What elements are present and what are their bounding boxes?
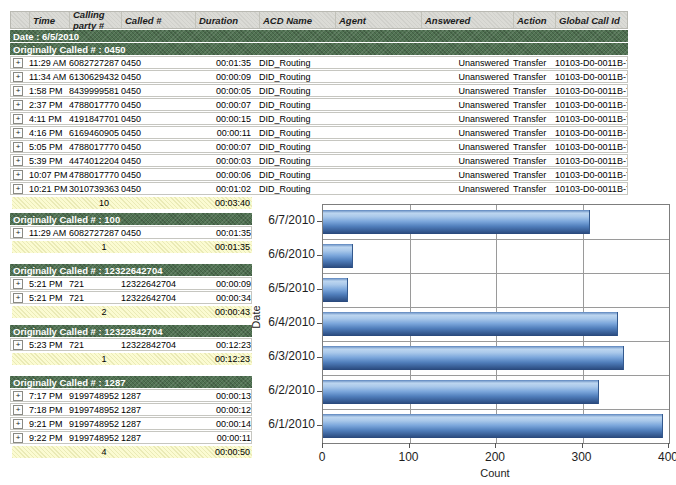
- table-row[interactable]: +10:21 PM3010739363045000:01:02DID_Routi…: [10, 182, 628, 195]
- cell-called: 1287: [121, 405, 195, 415]
- expand-cell: +: [11, 419, 29, 429]
- summary-call-count: 1: [89, 354, 119, 364]
- cell-acd: DID_Routing: [259, 142, 335, 152]
- chart-bar: [323, 278, 348, 302]
- expand-cell: +: [11, 405, 29, 415]
- expand-cell: +: [11, 279, 29, 289]
- cell-duration: 00:00:07: [195, 100, 251, 110]
- cell-acd: DID_Routing: [259, 156, 335, 166]
- expand-button plus-icon[interactable]: +: [13, 86, 23, 96]
- table-row[interactable]: +5:21 PM7211232264270400:00:09: [10, 277, 252, 290]
- table-row[interactable]: +5:21 PM7211232264270400:00:34: [10, 291, 252, 304]
- cell-time: 11:29 AM: [29, 228, 69, 238]
- cell-time: 9:21 PM: [29, 419, 69, 429]
- cell-time: 1:58 PM: [29, 86, 69, 96]
- cell-answered: Unanswered: [421, 142, 509, 152]
- table-row[interactable]: +5:39 PM4474012204045000:00:03DID_Routin…: [10, 154, 628, 167]
- horizontal-gridline: [323, 239, 669, 240]
- cell-acd: DID_Routing: [259, 100, 335, 110]
- y-tick-label: 6/1/2010: [253, 418, 315, 431]
- table-row[interactable]: +7:17 PM9199748952128700:00:13: [10, 389, 252, 402]
- expand-button plus-icon[interactable]: +: [13, 114, 23, 124]
- expand-button plus-icon[interactable]: +: [13, 419, 23, 429]
- chart-bar: [323, 312, 618, 336]
- y-tick-label: 6/7/2010: [253, 214, 315, 227]
- cell-duration: 00:00:14: [195, 419, 251, 429]
- table-row[interactable]: +10:07 PM4788017770045000:00:06DID_Routi…: [10, 168, 628, 181]
- cell-calling: 4788017770: [69, 100, 121, 110]
- expand-button plus-icon[interactable]: +: [13, 293, 23, 303]
- y-tick-mark: [317, 221, 322, 222]
- cell-answered: Unanswered: [421, 170, 509, 180]
- cell-action: Transfer: [513, 58, 555, 68]
- cell-time: 7:18 PM: [29, 405, 69, 415]
- cell-global_id: 10103-D0-0011B-768: [555, 58, 627, 68]
- cell-calling: 9199748952: [69, 433, 121, 443]
- cell-called: 0450: [121, 156, 195, 166]
- cell-calling: 4788017770: [69, 170, 121, 180]
- table-row[interactable]: +7:18 PM9199748952128700:00:12: [10, 403, 252, 416]
- date-group-header: Date : 6/5/2010: [10, 30, 628, 42]
- cell-answered: Unanswered: [421, 114, 509, 124]
- expand-cell: +: [11, 114, 29, 124]
- table-row[interactable]: +9:22 PM9199748952128700:00:11: [10, 431, 252, 444]
- column-header-acd: ACD Name: [259, 12, 335, 28]
- expand-cell: +: [11, 128, 29, 138]
- expand-button plus-icon[interactable]: +: [13, 170, 23, 180]
- expand-button plus-icon[interactable]: +: [13, 72, 23, 82]
- table-header-row: TimeCalling party #Called #DurationACD N…: [10, 11, 628, 29]
- expand-button plus-icon[interactable]: +: [13, 184, 23, 194]
- table-row[interactable]: +5:05 PM4788017770045000:00:07DID_Routin…: [10, 140, 628, 153]
- cell-answered: Unanswered: [421, 156, 509, 166]
- expand-cell: +: [11, 184, 29, 194]
- expand-button plus-icon[interactable]: +: [13, 58, 23, 68]
- cell-called: 12322842704: [121, 340, 195, 350]
- table-row[interactable]: +2:37 PM4788017770045000:00:07DID_Routin…: [10, 98, 628, 111]
- x-tick-label: 100: [398, 450, 418, 464]
- x-tick-label: 300: [571, 450, 591, 464]
- cell-calling: 4474012204: [69, 156, 121, 166]
- cell-duration: 00:01:35: [195, 228, 251, 238]
- cell-action: Transfer: [513, 142, 555, 152]
- expand-button plus-icon[interactable]: +: [13, 405, 23, 415]
- cell-time: 11:29 AM: [29, 58, 69, 68]
- expand-button plus-icon[interactable]: +: [13, 340, 23, 350]
- x-tick-mark: [409, 443, 410, 448]
- expand-button plus-icon[interactable]: +: [13, 100, 23, 110]
- table-row[interactable]: +11:29 AM6082727287045000:01:35DID_Routi…: [10, 56, 628, 69]
- expand-button plus-icon[interactable]: +: [13, 279, 23, 289]
- expand-button plus-icon[interactable]: +: [13, 156, 23, 166]
- table-row[interactable]: +11:34 AM6130629432045000:00:09DID_Routi…: [10, 70, 628, 83]
- expand-button plus-icon[interactable]: +: [13, 228, 23, 238]
- cell-answered: Unanswered: [421, 100, 509, 110]
- cell-calling: 9199748952: [69, 391, 121, 401]
- table-row[interactable]: +4:16 PM6169460905045000:00:11DID_Routin…: [10, 126, 628, 139]
- cell-calling: 6130629432: [69, 72, 121, 82]
- cell-calling: 721: [69, 293, 121, 303]
- cell-calling: 3010739363: [69, 184, 121, 194]
- column-header-calling: Calling party #: [69, 12, 121, 28]
- expand-button plus-icon[interactable]: +: [13, 142, 23, 152]
- expand-cell: +: [11, 156, 29, 166]
- cell-called: 0450: [121, 114, 195, 124]
- expand-button plus-icon[interactable]: +: [13, 391, 23, 401]
- y-tick-mark: [317, 357, 322, 358]
- expand-button plus-icon[interactable]: +: [13, 433, 23, 443]
- table-row[interactable]: +4:11 PM4191847701045000:00:15DID_Routin…: [10, 112, 628, 125]
- summary-total-duration: 00:00:43: [215, 307, 250, 317]
- cell-called: 0450: [121, 100, 195, 110]
- column-header-answered: Answered: [421, 12, 509, 28]
- expand-button plus-icon[interactable]: +: [13, 128, 23, 138]
- y-tick-mark: [317, 391, 322, 392]
- x-tick-mark: [322, 443, 323, 448]
- table-row[interactable]: +9:21 PM9199748952128700:00:14: [10, 417, 252, 430]
- table-row[interactable]: +5:23 PM7211232284270400:12:23: [10, 338, 252, 351]
- originally-called-group-header: Originally Called # : 100: [10, 213, 252, 225]
- table-row[interactable]: +11:29 AM6082727287045000:01:35: [10, 226, 252, 239]
- cell-called: 12322642704: [121, 293, 195, 303]
- y-tick-label: 6/2/2010: [253, 384, 315, 397]
- y-tick-mark: [317, 425, 322, 426]
- cell-calling: 9199748952: [69, 405, 121, 415]
- cell-time: 7:17 PM: [29, 391, 69, 401]
- table-row[interactable]: +1:58 PM8439999581045000:00:05DID_Routin…: [10, 84, 628, 97]
